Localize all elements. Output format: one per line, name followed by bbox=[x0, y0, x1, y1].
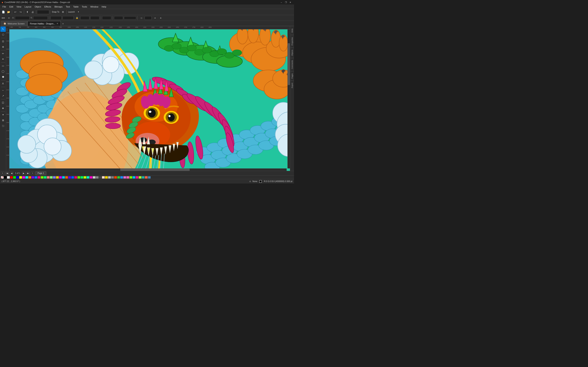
tab-add-button[interactable]: + bbox=[61, 21, 65, 26]
color-swatch[interactable] bbox=[10, 176, 13, 179]
dimension-btn[interactable]: ↔ bbox=[0, 88, 6, 93]
minimize-button[interactable]: – bbox=[279, 1, 283, 4]
title-bar-controls[interactable]: – ❐ ✕ bbox=[279, 1, 292, 4]
bezier-btn[interactable]: ✒ bbox=[0, 57, 6, 62]
color-swatch[interactable] bbox=[62, 176, 65, 179]
select-tool-btn[interactable]: ↖ bbox=[0, 26, 6, 32]
canvas-area[interactable]: 650 700 750 800 850 900 950 1000 1050 11… bbox=[6, 26, 290, 171]
menu-item-table[interactable]: Table bbox=[72, 5, 80, 8]
text-tool-btn[interactable]: A bbox=[0, 81, 6, 86]
h-scroll-thumb[interactable] bbox=[120, 169, 190, 171]
dropshadow-btn[interactable]: ◫ bbox=[0, 100, 6, 105]
color-swatch[interactable] bbox=[16, 176, 19, 179]
x-input[interactable]: 1,200.0 px bbox=[15, 16, 30, 20]
color-swatch[interactable] bbox=[120, 176, 123, 179]
transparency-btn[interactable]: ◈ bbox=[0, 105, 6, 111]
color-swatch[interactable] bbox=[13, 176, 16, 179]
color-swatch[interactable] bbox=[31, 176, 34, 179]
color-swatch[interactable] bbox=[50, 176, 53, 179]
scale-h-input[interactable]: 100.0 bbox=[90, 16, 99, 20]
first-page-btn[interactable]: |◀ bbox=[5, 172, 9, 175]
pages-panel-btn[interactable]: Pages bbox=[291, 72, 294, 80]
color-swatch[interactable] bbox=[47, 176, 50, 179]
add-page-btn[interactable]: + bbox=[1, 172, 4, 175]
color-swatch[interactable] bbox=[19, 176, 22, 179]
object-pos-size[interactable]: ⊡ bbox=[7, 16, 11, 20]
v-scroll-thumb[interactable] bbox=[288, 43, 290, 85]
color-swatch[interactable] bbox=[93, 176, 95, 179]
export-button[interactable]: ⬆ bbox=[25, 9, 30, 15]
color-swatch[interactable] bbox=[4, 176, 7, 179]
color-swatch[interactable] bbox=[130, 176, 132, 179]
none-swatch[interactable] bbox=[1, 176, 4, 179]
menu-item-help[interactable]: Help bbox=[100, 5, 108, 8]
color-swatch[interactable] bbox=[111, 176, 114, 179]
menu-item-object[interactable]: Object bbox=[33, 5, 43, 8]
color-swatch[interactable] bbox=[35, 176, 37, 179]
horizontal-scrollbar[interactable] bbox=[9, 168, 287, 171]
height-input[interactable]: 0.0 px bbox=[62, 16, 74, 20]
menu-item-tools[interactable]: Tools bbox=[80, 5, 89, 8]
color-swatch[interactable] bbox=[142, 176, 145, 179]
stroke-input[interactable]: 0.5 pt bbox=[114, 16, 123, 20]
color-swatch[interactable] bbox=[68, 176, 71, 179]
nib-size-input[interactable]: 50 bbox=[145, 16, 152, 20]
color-swatch[interactable] bbox=[59, 176, 62, 179]
nib-up-btn[interactable]: ▲ bbox=[153, 16, 157, 20]
scale-w-input[interactable]: 100.0 bbox=[80, 16, 89, 20]
new-button[interactable]: 📄 bbox=[1, 9, 6, 15]
color-swatch[interactable] bbox=[90, 176, 93, 179]
open-button[interactable]: 📂 bbox=[6, 9, 11, 15]
color-swatch[interactable] bbox=[102, 176, 105, 179]
color-swatch[interactable] bbox=[86, 176, 89, 179]
color-swatch[interactable] bbox=[126, 176, 129, 179]
tab-close-icon[interactable]: ✕ bbox=[57, 22, 58, 25]
color-swatch[interactable] bbox=[117, 176, 120, 179]
smart-fill-btn[interactable]: ⬛ bbox=[0, 123, 6, 128]
freehand-btn[interactable]: ✏ bbox=[0, 51, 6, 56]
color-swatch[interactable] bbox=[80, 176, 83, 179]
color-swatch[interactable] bbox=[65, 176, 68, 179]
restore-button[interactable]: ❐ bbox=[284, 1, 288, 4]
close-button[interactable]: ✕ bbox=[288, 1, 292, 4]
rectangle-btn[interactable]: ▭ bbox=[0, 63, 6, 68]
color-swatch[interactable] bbox=[114, 176, 117, 179]
menu-item-effects[interactable]: Effects bbox=[43, 5, 53, 8]
ellipse-btn[interactable]: ◯ bbox=[0, 69, 6, 74]
color-swatch[interactable] bbox=[7, 176, 10, 179]
canvas-viewport[interactable] bbox=[9, 29, 290, 171]
menu-item-text[interactable]: Text bbox=[64, 5, 71, 8]
color-swatch[interactable] bbox=[41, 176, 43, 179]
color-swatch[interactable] bbox=[148, 176, 151, 179]
color-swatch[interactable] bbox=[28, 176, 31, 179]
menu-item-bitmaps[interactable]: Bitmaps bbox=[53, 5, 64, 8]
eyedropper-btn[interactable]: ✦ bbox=[0, 112, 6, 117]
add-tool-btn[interactable]: + bbox=[158, 16, 163, 20]
menu-item-view[interactable]: View bbox=[15, 5, 23, 8]
interactive-fill-btn[interactable]: ⊞ bbox=[0, 118, 6, 123]
tab-dragon-file[interactable]: Firman Hatibu - Dragon... ✕ bbox=[27, 21, 61, 26]
menu-item-window[interactable]: Window bbox=[89, 5, 100, 8]
angle-input[interactable]: 0.0 bbox=[102, 16, 111, 20]
redo-button[interactable]: ↪ bbox=[18, 9, 23, 15]
zoom-input[interactable]: 626% bbox=[37, 10, 49, 14]
comments-panel-btn[interactable]: Comments bbox=[291, 58, 294, 71]
stroke-color-preview[interactable] bbox=[124, 16, 136, 20]
launch-dropdown[interactable]: ▼ bbox=[76, 9, 81, 15]
node-edit-btn[interactable]: ⬡ bbox=[0, 32, 6, 37]
color-swatch[interactable] bbox=[139, 176, 141, 179]
color-swatch[interactable] bbox=[96, 176, 99, 179]
transform-tool[interactable]: ⊞⊞ bbox=[1, 16, 6, 20]
color-swatch[interactable] bbox=[56, 176, 59, 179]
prev-page-btn[interactable]: ◀ bbox=[10, 172, 13, 175]
color-swatch[interactable] bbox=[99, 176, 102, 179]
add-page-end-btn[interactable]: + bbox=[31, 172, 35, 175]
menu-item-file[interactable]: File bbox=[1, 5, 8, 8]
zoom-tool-btn[interactable]: ⊕ bbox=[0, 44, 6, 50]
hints-panel-btn[interactable]: Hints bbox=[291, 27, 294, 34]
color-swatch[interactable] bbox=[44, 176, 47, 179]
color-swatch[interactable] bbox=[84, 176, 86, 179]
color-swatch[interactable] bbox=[77, 176, 80, 179]
properties-panel-btn[interactable]: Properties bbox=[291, 35, 294, 47]
undo-button[interactable]: ↩ bbox=[13, 9, 18, 15]
